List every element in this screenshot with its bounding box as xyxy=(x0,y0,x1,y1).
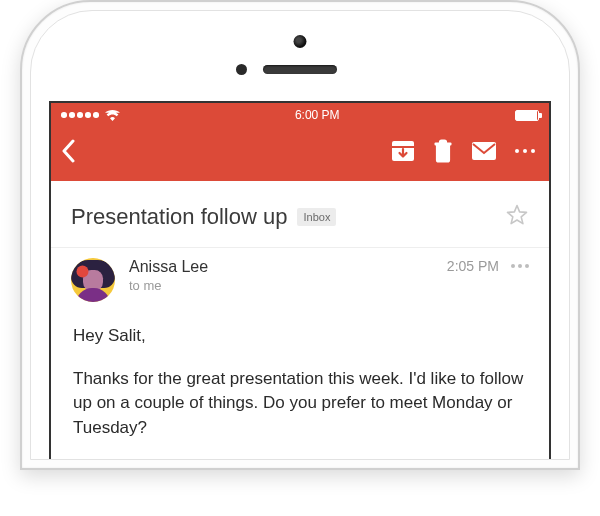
email-content: Presentation follow up Inbox xyxy=(51,181,549,441)
star-button[interactable] xyxy=(505,203,529,231)
battery-icon xyxy=(515,110,539,121)
sender-row[interactable]: Anissa Lee to me 2:05 PM xyxy=(51,248,549,310)
signal-strength-icon xyxy=(61,112,99,118)
earpiece-speaker xyxy=(263,65,337,74)
archive-button[interactable] xyxy=(391,140,415,162)
mail-icon xyxy=(471,141,497,161)
sender-right: 2:05 PM xyxy=(447,258,529,274)
inbox-label[interactable]: Inbox xyxy=(297,208,336,226)
more-button[interactable] xyxy=(515,149,536,154)
star-outline-icon xyxy=(505,203,529,227)
screen: 6:00 PM xyxy=(49,101,551,459)
mark-unread-button[interactable] xyxy=(471,141,497,161)
status-left xyxy=(61,110,120,121)
subject-row: Presentation follow up Inbox xyxy=(51,181,549,247)
email-time: 2:05 PM xyxy=(447,258,499,274)
email-subject: Presentation follow up xyxy=(71,204,287,230)
more-icon xyxy=(515,149,536,154)
wifi-icon xyxy=(105,110,120,121)
svg-rect-4 xyxy=(440,140,446,143)
message-more-button[interactable] xyxy=(511,264,529,268)
delete-button[interactable] xyxy=(433,139,453,163)
archive-icon xyxy=(391,140,415,162)
svg-rect-5 xyxy=(472,142,496,160)
proximity-sensor xyxy=(236,64,247,75)
sender-meta: Anissa Lee to me xyxy=(129,258,433,293)
trash-icon xyxy=(433,139,453,163)
phone-bezel: 6:00 PM xyxy=(30,10,570,460)
status-bar: 6:00 PM xyxy=(51,103,549,127)
app-bar xyxy=(51,127,549,181)
recipient-line[interactable]: to me xyxy=(129,278,433,293)
status-right xyxy=(515,110,539,121)
svg-rect-2 xyxy=(437,144,449,162)
status-time: 6:00 PM xyxy=(295,108,340,122)
body-paragraph: Thanks for the great presentation this w… xyxy=(73,367,527,441)
phone-frame: 6:00 PM xyxy=(20,0,580,470)
sender-name: Anissa Lee xyxy=(129,258,433,276)
phone-sensors xyxy=(31,31,569,101)
front-camera xyxy=(294,35,307,48)
body-greeting: Hey Salit, xyxy=(73,324,527,349)
email-body: Hey Salit, Thanks for the great presenta… xyxy=(51,310,549,441)
back-button[interactable] xyxy=(61,139,75,163)
avatar[interactable] xyxy=(71,258,115,302)
